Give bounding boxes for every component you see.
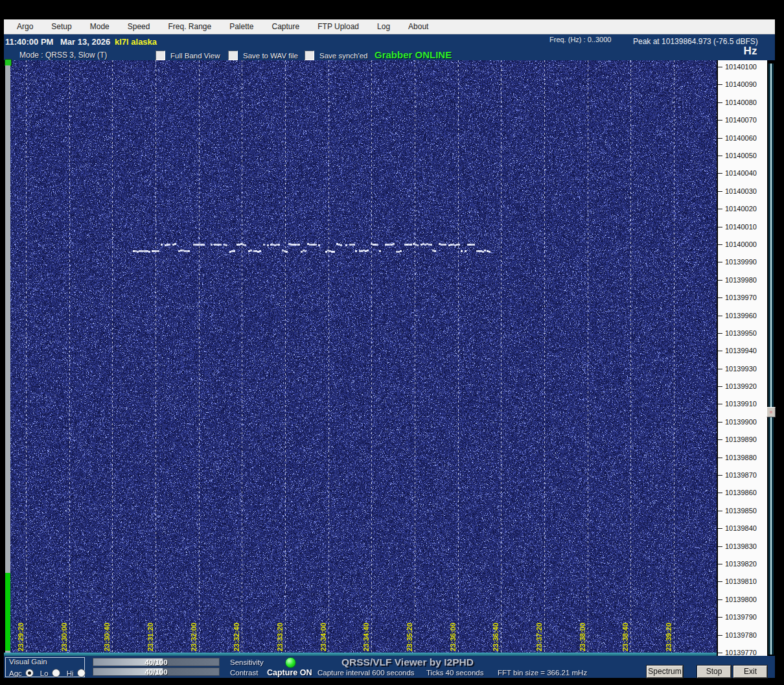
capture-led (285, 657, 296, 668)
freq-tick-mark (718, 297, 722, 298)
menu-item-capture[interactable]: Capture (263, 22, 309, 31)
freq-tick-label: 10139930 (725, 365, 757, 373)
freq-tick-mark (718, 316, 722, 316)
checkbox-label: Save synch'ed (319, 52, 367, 60)
freq-tick-mark (718, 458, 722, 458)
menu-item-about[interactable]: About (399, 22, 437, 31)
radio-label-agc: Agc (9, 669, 22, 677)
clock-time: 11:40:00 PM (5, 37, 53, 47)
menu-item-speed[interactable]: Speed (119, 22, 159, 31)
grabber-status: Grabber ONLINE (375, 49, 452, 60)
menu-item-palette[interactable]: Palette (220, 22, 262, 31)
freq-tick-label: 10140030 (725, 187, 757, 195)
freq-tick-mark (718, 511, 722, 511)
freq-tick-mark (718, 67, 722, 67)
waterfall-canvas[interactable] (10, 60, 717, 653)
freq-tick-label: 10139920 (725, 382, 757, 390)
freq-tick-label: 10140080 (725, 99, 757, 106)
visual-gain-radio-row: AgcLoHi (9, 667, 92, 679)
exit-button[interactable]: Exit (733, 666, 767, 678)
capture-progress-fill (5, 573, 10, 651)
menu-item-setup[interactable]: Setup (42, 22, 80, 31)
checkbox-label: Save to WAV file (243, 52, 298, 60)
freq-tick-label: 10139800 (725, 596, 757, 603)
clock-date: Mar 13, 2026 (60, 37, 110, 47)
freq-tick-mark (718, 653, 722, 653)
radio-lo[interactable] (52, 669, 60, 677)
freq-tick-mark (718, 386, 722, 387)
hz-unit-label: Hz (732, 45, 768, 58)
freq-tick-label: 10139840 (725, 524, 757, 532)
freq-tick-mark (718, 280, 722, 281)
freq-tick-label: 10139910 (725, 400, 757, 408)
frequency-scrollbar-thumb[interactable] (767, 407, 776, 417)
spectrum-button[interactable]: Spectrum (647, 666, 683, 678)
freq-tick-mark (718, 439, 722, 440)
freq-tick-label: 10140060 (725, 134, 757, 142)
freq-tick-label: 10139880 (725, 454, 757, 461)
freq-tick-mark (718, 191, 722, 192)
freq-range-label: Freq. (Hz) : 0..3000 (549, 36, 611, 43)
checkbox-1[interactable] (156, 51, 165, 60)
slider-value: 40/100 (93, 668, 219, 676)
freq-tick-mark (718, 404, 722, 404)
menu-item-freq-range[interactable]: Freq. Range (159, 22, 220, 31)
ticks-label: Ticks 40 seconds (426, 669, 483, 677)
freq-tick-label: 10140100 (725, 63, 757, 71)
freq-tick-label: 10139830 (725, 542, 757, 550)
capture-interval-label: Capture interval 600 seconds (317, 669, 415, 677)
visual-gain-title: Visual Gain (9, 658, 47, 666)
freq-tick-mark (718, 333, 722, 334)
freq-tick-mark (718, 227, 722, 227)
frequency-scrollbar[interactable] (768, 64, 774, 655)
freq-tick-mark (718, 369, 722, 369)
slider-value: 40/100 (93, 658, 219, 666)
contrast-label: Contrast (230, 669, 258, 677)
menu-item-ftp-upload[interactable]: FTP Upload (308, 22, 368, 31)
radio-agc[interactable] (25, 669, 34, 677)
menu-item-log[interactable]: Log (368, 22, 399, 31)
freq-tick-label: 10139810 (725, 577, 757, 585)
freq-tick-mark (718, 581, 722, 582)
checkbox-3[interactable] (305, 51, 314, 60)
radio-hi[interactable] (77, 669, 86, 677)
contrast-slider[interactable]: 40/100 (93, 668, 220, 676)
freq-tick-mark (718, 599, 722, 600)
freq-tick-mark (718, 209, 722, 209)
freq-tick-label: 10139890 (725, 435, 757, 443)
freq-tick-mark (718, 351, 722, 351)
freq-tick-label: 10139870 (725, 471, 757, 479)
freq-tick-mark (718, 564, 722, 564)
freq-tick-label: 10139980 (725, 276, 757, 284)
capture-progress-marker (5, 60, 11, 65)
freq-tick-label: 10140020 (725, 205, 757, 213)
callsign-label: kl7l alaska (115, 37, 157, 47)
freq-tick-mark (718, 102, 722, 103)
freq-tick-label: 10139950 (725, 329, 757, 337)
sensitivity-label: Sensitivity (230, 658, 264, 666)
fft-bin-label: FFT bin size = 366.21 mHz (498, 669, 587, 677)
freq-tick-mark (718, 173, 722, 174)
capture-status: Capture ON (267, 668, 312, 677)
menu-item-argo[interactable]: Argo (8, 22, 42, 31)
checkbox-2[interactable] (228, 51, 238, 60)
freq-tick-label: 10140040 (725, 169, 757, 177)
capture-progress-track (5, 65, 10, 656)
stop-button[interactable]: Stop (697, 666, 731, 678)
freq-tick-mark (718, 546, 722, 547)
sensitivity-slider[interactable]: 40/100 (93, 658, 220, 666)
freq-tick-label: 10139940 (725, 347, 757, 354)
freq-tick-mark (718, 475, 722, 476)
frequency-scale: 1014010010140090101400801014007010140060… (718, 60, 767, 656)
menu-item-mode[interactable]: Mode (81, 22, 119, 31)
freq-tick-label: 10140010 (725, 223, 757, 231)
freq-tick-mark (718, 493, 722, 493)
freq-tick-mark (718, 528, 722, 529)
freq-tick-label: 10140050 (725, 152, 757, 159)
freq-tick-label: 10139900 (725, 418, 757, 426)
freq-tick-label: 10139850 (725, 507, 757, 515)
freq-tick-label: 10140070 (725, 116, 757, 124)
freq-tick-mark (718, 635, 722, 636)
freq-tick-label: 10139960 (725, 312, 757, 319)
freq-tick-mark (718, 244, 722, 245)
